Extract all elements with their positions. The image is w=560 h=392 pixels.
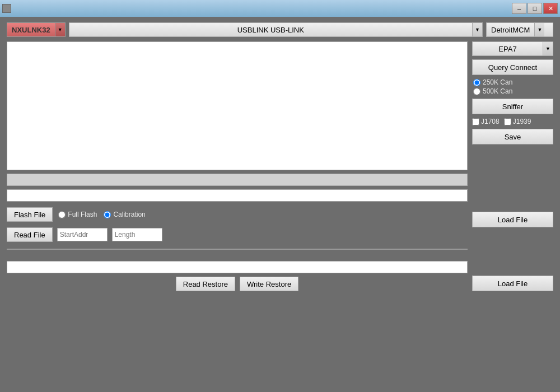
full-flash-radio[interactable] bbox=[58, 211, 66, 218]
j1708-checkbox-label[interactable]: J1708 bbox=[472, 118, 500, 125]
left-panel: Flash File Full Flash Calibration Read F… bbox=[7, 41, 468, 291]
epa-dropdown[interactable]: EPA7 ▼ bbox=[472, 41, 553, 56]
restore-left: Read Restore Write Restore bbox=[7, 261, 468, 291]
right-spacer bbox=[472, 148, 553, 208]
j1708-label: J1708 bbox=[481, 118, 500, 125]
minimize-button[interactable]: – bbox=[512, 3, 526, 14]
can-radio-group: 250K Can 500K Can bbox=[472, 78, 553, 95]
query-connect-button[interactable]: Query Connect bbox=[472, 59, 553, 75]
close-button[interactable]: ✕ bbox=[543, 3, 558, 14]
detroit-dropdown[interactable]: DetroitMCM ▼ bbox=[486, 22, 553, 37]
progress-bar bbox=[7, 174, 468, 186]
250k-radio[interactable] bbox=[473, 79, 480, 86]
j1939-label: J1939 bbox=[513, 118, 531, 125]
title-bar-left bbox=[2, 4, 11, 13]
restore-buttons: Read Restore Write Restore bbox=[7, 277, 468, 291]
title-bar: – □ ✕ bbox=[0, 0, 560, 17]
main-content: NXULNK32 ▼ USBLINK USB-LINK ▼ DetroitMCM… bbox=[0, 17, 560, 392]
usblink-arrow-icon[interactable]: ▼ bbox=[472, 23, 482, 36]
usblink-label: USBLINK USB-LINK bbox=[69, 26, 472, 34]
section-divider bbox=[7, 249, 468, 250]
read-file-button[interactable]: Read File bbox=[7, 227, 53, 242]
title-bar-controls: – □ ✕ bbox=[512, 3, 558, 14]
500k-label: 500K Can bbox=[483, 87, 512, 95]
calibration-radio-label[interactable]: Calibration bbox=[104, 211, 145, 218]
250k-radio-label[interactable]: 250K Can bbox=[473, 78, 553, 86]
detroit-select-wrapper[interactable]: DetroitMCM ▼ bbox=[486, 22, 553, 37]
load-file-bottom-button[interactable]: Load File bbox=[472, 276, 553, 291]
calibration-label: Calibration bbox=[113, 211, 145, 218]
j1939-checkbox-label[interactable]: J1939 bbox=[504, 118, 531, 125]
start-addr-input[interactable] bbox=[57, 228, 108, 241]
right-restore-spacer bbox=[472, 265, 553, 272]
calibration-radio[interactable] bbox=[104, 211, 111, 218]
load-file-top-button[interactable]: Load File bbox=[472, 212, 553, 227]
epa-label: EPA7 bbox=[473, 45, 543, 53]
full-flash-label: Full Flash bbox=[68, 211, 97, 218]
maximize-button[interactable]: □ bbox=[528, 3, 542, 14]
nxulnk-label: NXULNK32 bbox=[7, 26, 55, 34]
app-icon bbox=[2, 4, 11, 13]
right-panel: EPA7 ▼ Query Connect 250K Can 500K Can S… bbox=[472, 41, 553, 291]
usblink-dropdown[interactable]: USBLINK USB-LINK ▼ bbox=[69, 22, 483, 37]
250k-label: 250K Can bbox=[483, 78, 512, 86]
flash-file-path-input[interactable] bbox=[7, 189, 468, 202]
detroit-arrow-icon[interactable]: ▼ bbox=[534, 23, 544, 36]
nxulnk-dropdown[interactable]: NXULNK32 ▼ bbox=[7, 22, 66, 37]
content-area: Flash File Full Flash Calibration Read F… bbox=[7, 41, 553, 291]
full-flash-radio-label[interactable]: Full Flash bbox=[58, 211, 97, 218]
read-section: Read File bbox=[7, 227, 468, 242]
j1708-checkbox[interactable] bbox=[472, 118, 479, 125]
detroit-label: DetroitMCM bbox=[487, 26, 534, 34]
nxulnk-arrow-icon[interactable]: ▼ bbox=[55, 23, 65, 36]
top-row: NXULNK32 ▼ USBLINK USB-LINK ▼ DetroitMCM… bbox=[7, 22, 553, 37]
500k-radio[interactable] bbox=[473, 88, 480, 95]
flash-section: Flash File Full Flash Calibration bbox=[7, 207, 468, 222]
sniffer-button[interactable]: Sniffer bbox=[472, 99, 553, 114]
restore-section-container: Read Restore Write Restore bbox=[7, 256, 468, 291]
epa-arrow-icon[interactable]: ▼ bbox=[543, 42, 553, 55]
restore-file-path-input[interactable] bbox=[7, 261, 468, 273]
flash-radio-group: Full Flash Calibration bbox=[58, 211, 145, 218]
read-restore-button[interactable]: Read Restore bbox=[176, 277, 235, 291]
write-restore-button[interactable]: Write Restore bbox=[240, 277, 298, 291]
log-area bbox=[7, 41, 468, 170]
right-read-spacer bbox=[472, 231, 553, 262]
protocol-checkbox-group: J1708 J1939 bbox=[472, 118, 553, 125]
length-input[interactable] bbox=[112, 228, 162, 241]
flash-file-button[interactable]: Flash File bbox=[7, 207, 53, 222]
j1939-checkbox[interactable] bbox=[504, 118, 511, 125]
500k-radio-label[interactable]: 500K Can bbox=[473, 87, 553, 95]
save-button[interactable]: Save bbox=[472, 129, 553, 144]
